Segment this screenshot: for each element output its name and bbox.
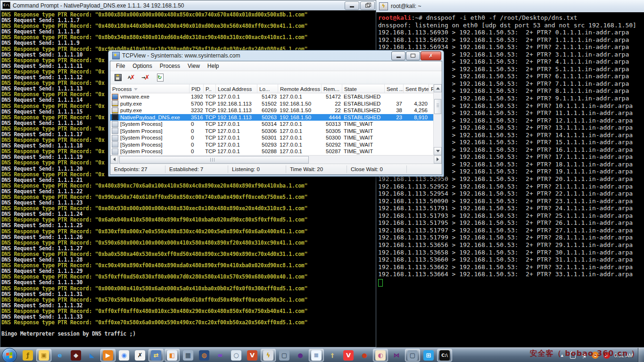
column-header-remote-address[interactable]: Remote Address [278,84,322,93]
cell-local: 127.0.0.1 [216,135,257,140]
process-name: putty.exe [120,101,142,107]
table-row[interactable]: NativePayload_DNS.exe3516TCP192.168.1.11… [110,114,442,121]
cmd-titlebar[interactable]: C:\ Command Prompt - NativePayload_DNS.e… [0,0,377,11]
column-header-sent[interactable]: Sent ... [385,84,404,93]
table-row[interactable]: [System Process]0TCP127.0.0.150314127.0.… [110,121,442,128]
menu-view[interactable]: View [184,62,204,70]
horizontal-scrollbar[interactable] [110,155,442,164]
cmd-restore-button[interactable] [360,1,375,10]
menu-file[interactable]: File [112,62,129,70]
menu-process[interactable]: Process [156,62,184,70]
table-row[interactable]: putty.exe5700TCP192.168.1.11351502192.16… [110,100,442,107]
scroll-right-button[interactable] [434,156,442,164]
cell-rport: 50300 [322,135,342,140]
chrome-icon[interactable]: ◉ [116,349,132,362]
scroll-up-button[interactable] [434,84,442,92]
scroll-left-button[interactable] [110,156,118,164]
process-name: [System Process] [120,128,162,134]
gold-coin-app-icon[interactable]: ƒ [20,349,35,362]
command-prompt-taskbar-icon[interactable]: C:\ [437,349,452,362]
putty-titlebar[interactable]: ϟ root@kali: ~ [376,0,644,13]
monitor-app-icon[interactable]: ▢ [405,349,420,362]
kali-line: 192.168.1.113.52952 > 192.168.1.50.53: 2… [378,183,642,190]
system-process-icon [112,121,118,127]
cell-state: ESTABLISHED [342,94,385,99]
visual-studio-icon[interactable]: ∞ [213,349,228,362]
table-row[interactable]: vmware.exe1392TCP127.0.0.151473127.0.0.1… [110,93,442,100]
vivaldi-icon[interactable]: V [341,349,356,362]
vivaldi-glyph: V [343,350,354,361]
vertical-scrollbar[interactable] [433,84,442,155]
cell-pid: 0 [190,142,204,148]
remote-desktop-icon[interactable]: ▢ [277,349,292,362]
save-button[interactable] [113,73,123,82]
menu-help[interactable]: Help [204,62,223,70]
start-button[interactable] [2,348,17,362]
table-row[interactable]: [System Process]0TCP127.0.0.150293127.0.… [110,141,442,148]
cell-state: ESTABLISHED [342,107,385,113]
vertical-scroll-thumb[interactable] [434,99,441,114]
media-player-icon[interactable]: ▶ [100,349,116,362]
putty-taskbar-icon[interactable]: ϟ [261,349,276,362]
column-header-local-address[interactable]: Local Address [216,84,257,93]
table-row[interactable]: [System Process]0TCP127.0.0.150301127.0.… [110,134,442,141]
shark-fin-app-icon[interactable]: ◣ [84,349,99,362]
menu-options[interactable]: Options [129,62,156,70]
chili-app-icon[interactable]: ● [357,349,372,362]
windows-app-icon[interactable]: ◧ [165,349,180,362]
status-segment: Endpoints: 27 [110,165,165,173]
table-row[interactable]: [System Process]0TCP127.0.0.150306127.0.… [110,128,442,135]
minimize-icon [350,6,354,8]
cell-remote: 127.0.0.1 [278,135,322,140]
cell-proto: TCP [204,94,216,99]
table-row[interactable]: putty.exe3232TCP192.168.1.11360269192.16… [110,107,442,114]
notepad-icon[interactable]: ≡ [309,349,324,362]
devices-icon[interactable]: ▦ [181,349,196,362]
cell-state: TIME_WAIT [342,135,385,140]
tcpview-column-headers: ProcessPIDP..Local AddressLo...Remote Ad… [110,84,442,93]
cell-pid: 0 [190,135,204,140]
column-header-p[interactable]: P.. [204,84,216,93]
cmd-minimize-button[interactable] [345,1,359,10]
cell-sbytes: 4,256 [404,107,429,113]
close-connection-button[interactable] [141,73,151,82]
red-app-icon[interactable]: ◆ [68,349,83,362]
cell-remote: 192.168.1.50 [278,115,322,120]
column-header-lo[interactable]: Lo... [257,84,278,93]
column-header-pid[interactable]: PID [190,84,204,93]
horizontal-scroll-thumb[interactable] [119,156,309,164]
refresh-button[interactable] [156,73,165,82]
column-header-process[interactable]: Process [110,84,190,93]
resolve-addresses-button[interactable] [127,73,137,82]
visual-studio-2-icon[interactable]: ⋈ [389,349,404,362]
triangle-up-icon [436,87,440,90]
windows-explorer-icon[interactable]: ▣ [36,349,51,362]
purple-app-icon[interactable]: ● [293,349,308,362]
kali-line: 192.168.1.113.56930 > 192.168.1.50.53: 2… [378,29,642,36]
tcpview-close-button[interactable]: ✗ [421,51,441,60]
tcpview-maximize-button[interactable] [406,51,420,60]
search-app-icon[interactable]: ○ [229,349,244,362]
windows-logo-icon[interactable]: ⊞ [421,349,436,362]
firefox-icon[interactable]: ◍ [197,349,212,362]
sword-app-icon[interactable]: † [325,349,340,362]
vmware-icon[interactable]: V [245,349,260,362]
column-header-label: Lo... [259,86,270,92]
tcpview-taskbar-icon[interactable]: ⇄ [149,349,164,362]
internet-explorer-icon[interactable]: e [52,349,67,362]
paint-palette-icon[interactable]: ◐ [373,349,388,362]
table-row[interactable]: [System Process]0TCP127.0.0.150288127.0.… [110,148,442,155]
cell-remote: 192.168.1.50 [278,101,322,107]
cell-state: ESTABLISHED [342,115,385,120]
tcpview-minimize-button[interactable] [391,51,405,60]
tcpview-titlebar[interactable]: TCPView - Sysinternals: www.sysinternals… [110,50,442,61]
scroll-down-button[interactable] [434,147,442,155]
column-header-state[interactable]: State [342,84,385,93]
tcpview-window-title: TCPView - Sysinternals: www.sysinternals… [122,52,391,59]
putty-icon: ϟ [379,2,388,10]
status-segment: Listening: 0 [228,165,286,173]
x-app-icon[interactable]: ✗ [132,349,148,362]
column-header-sent-bytes[interactable]: Sent Bytes [404,84,429,93]
column-header-rem[interactable]: Rem... [322,84,342,93]
kali-line: 192.168.1.113.51795 > 192.168.1.50.53: 2… [378,219,642,227]
